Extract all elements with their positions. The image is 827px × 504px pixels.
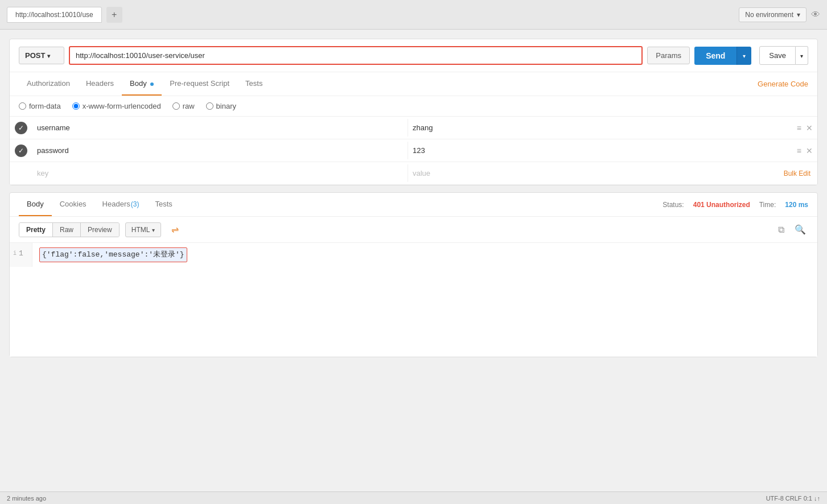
- code-line-1: {'flag':false,'message':'未登录'}: [39, 247, 810, 262]
- line-numbers: i 1: [10, 243, 32, 267]
- method-chevron-icon: [47, 51, 50, 60]
- status-label: Status:: [663, 201, 684, 209]
- copy-icon: ⧉: [778, 225, 784, 234]
- send-button[interactable]: Send: [694, 47, 737, 65]
- main-content: POST http://localhost:10010/user-service…: [0, 30, 827, 366]
- check-col-password: ✓: [10, 144, 32, 157]
- url-input-wrapper: http://localhost:10010/user-service/user: [69, 46, 643, 65]
- search-icon: 🔍: [795, 225, 806, 234]
- copy-button[interactable]: ⧉: [776, 222, 787, 237]
- search-button[interactable]: 🔍: [792, 222, 808, 237]
- response-tab-body[interactable]: Body: [19, 193, 52, 216]
- key-empty[interactable]: key: [32, 164, 408, 182]
- response-actions: ⧉ 🔍: [776, 222, 808, 237]
- save-caret-icon: [800, 51, 803, 60]
- wrap-icon: ⇌: [171, 225, 179, 234]
- line-indicator: i: [13, 247, 17, 260]
- line-number-1: i 1: [13, 247, 28, 260]
- val-password[interactable]: 123: [408, 142, 783, 159]
- save-dropdown-button[interactable]: [796, 46, 808, 65]
- bulk-edit-link[interactable]: Bulk Edit: [784, 170, 813, 177]
- radio-url-encoded[interactable]: x-www-form-urlencoded: [72, 102, 161, 110]
- url-bar: POST http://localhost:10010/user-service…: [10, 39, 817, 72]
- delete-icon-password[interactable]: ✕: [806, 146, 813, 155]
- radio-raw[interactable]: raw: [172, 102, 195, 110]
- view-btn-group: Pretty Raw Preview: [19, 222, 120, 237]
- env-label: No environment: [745, 11, 793, 19]
- env-dropdown[interactable]: No environment ▾: [739, 7, 807, 22]
- wrap-button[interactable]: ⇌: [167, 221, 183, 238]
- response-tab-cookies[interactable]: Cookies: [52, 193, 94, 216]
- val-empty[interactable]: value: [408, 164, 783, 182]
- val-username[interactable]: zhang: [408, 119, 783, 137]
- env-selector: No environment ▾ 👁: [739, 7, 820, 22]
- method-selector[interactable]: POST: [19, 47, 64, 64]
- form-row-password: ✓ password 123 ≡ ✕: [10, 139, 817, 162]
- params-button[interactable]: Params: [647, 47, 690, 64]
- status-value: 401 Unauthorized: [693, 201, 750, 209]
- tab-authorization[interactable]: Authorization: [19, 72, 78, 96]
- active-tab[interactable]: http://localhost:10010/use: [7, 7, 102, 23]
- response-tab-tests[interactable]: Tests: [147, 193, 180, 216]
- generate-code-link[interactable]: Generate Code: [758, 80, 808, 88]
- action-col-password: ≡ ✕: [783, 146, 817, 155]
- menu-icon-password[interactable]: ≡: [797, 146, 801, 155]
- save-btn-group: Save: [759, 46, 808, 65]
- body-dot-indicator: [150, 82, 154, 86]
- format-dropdown[interactable]: HTML: [125, 222, 162, 237]
- response-tab-headers[interactable]: Headers(3): [94, 193, 147, 216]
- method-label: POST: [25, 51, 45, 60]
- request-panel: POST http://localhost:10010/user-service…: [9, 39, 818, 185]
- response-panel: Body Cookies Headers(3) Tests Status: 40…: [9, 192, 818, 357]
- url-display[interactable]: http://localhost:10010/user-service/user: [76, 51, 636, 60]
- radio-binary[interactable]: binary: [206, 102, 236, 110]
- response-status-area: Status: 401 Unauthorized Time: 120 ms: [663, 201, 808, 209]
- action-col-empty: Bulk Edit: [783, 170, 817, 177]
- tab-url-label: http://localhost:10010/use: [15, 11, 93, 19]
- response-tabs-bar: Body Cookies Headers(3) Tests Status: 40…: [10, 193, 817, 217]
- body-type-row: form-data x-www-form-urlencoded raw bina…: [10, 96, 817, 117]
- checkbox-username[interactable]: ✓: [15, 122, 27, 134]
- check-col-username: ✓: [10, 122, 32, 134]
- headers-badge: (3): [131, 200, 139, 208]
- send-caret-icon: [743, 51, 746, 60]
- line-number-area: i 1 {'flag':false,'message':'未登录'}: [10, 243, 817, 267]
- tab-pre-request[interactable]: Pre-request Script: [162, 72, 237, 96]
- form-row-empty: key value Bulk Edit: [10, 162, 817, 185]
- response-toolbar: Pretty Raw Preview HTML ⇌ ⧉ 🔍: [10, 217, 817, 243]
- tab-headers[interactable]: Headers: [78, 72, 122, 96]
- menu-icon-username[interactable]: ≡: [797, 123, 801, 133]
- key-password[interactable]: password: [32, 142, 408, 159]
- line-num: 1: [19, 247, 23, 260]
- send-dropdown-button[interactable]: [737, 47, 751, 65]
- checkbox-password[interactable]: ✓: [15, 144, 27, 157]
- tab-body[interactable]: Body: [122, 72, 162, 96]
- view-pretty-button[interactable]: Pretty: [19, 223, 53, 237]
- format-chevron-icon: [152, 226, 155, 234]
- view-raw-button[interactable]: Raw: [53, 223, 81, 237]
- action-col-username: ≡ ✕: [783, 123, 817, 133]
- request-tabs-bar: Authorization Headers Body Pre-request S…: [10, 72, 817, 96]
- time-value: 120 ms: [785, 201, 808, 209]
- new-tab-button[interactable]: +: [106, 7, 122, 23]
- env-eye-icon[interactable]: 👁: [811, 10, 820, 20]
- time-label: Time:: [759, 201, 776, 209]
- save-button[interactable]: Save: [759, 46, 796, 65]
- tab-tests[interactable]: Tests: [237, 72, 270, 96]
- key-username[interactable]: username: [32, 119, 408, 137]
- radio-form-data[interactable]: form-data: [19, 102, 61, 110]
- response-body: i 1 {'flag':false,'message':'未登录'}: [10, 243, 817, 357]
- response-code: {'flag':false,'message':'未登录'}: [39, 247, 187, 262]
- view-preview-button[interactable]: Preview: [81, 223, 119, 237]
- delete-icon-username[interactable]: ✕: [806, 123, 813, 133]
- format-label: HTML: [131, 226, 150, 234]
- send-btn-group: Send: [694, 47, 751, 65]
- env-chevron-icon: ▾: [797, 11, 800, 19]
- top-bar: http://localhost:10010/use + No environm…: [0, 0, 827, 30]
- code-area: {'flag':false,'message':'未登录'}: [32, 243, 817, 267]
- form-row-username: ✓ username zhang ≡ ✕: [10, 117, 817, 139]
